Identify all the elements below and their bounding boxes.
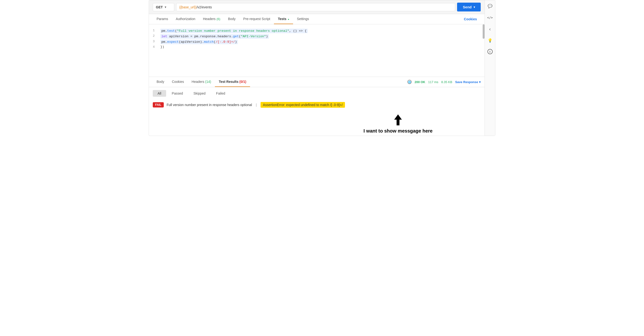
tab-params[interactable]: Params [153,14,172,24]
annotation-area: I want to show messgage here [312,110,484,136]
response-size: 8.35 KB [441,80,452,84]
code-content-3: pm.expect(apiVersion).match(/[-.0-9]+/) [158,40,484,44]
error-message: AssertionError: expected undefined to ma… [260,102,345,108]
line-num-2: 2 [149,34,158,38]
tab-body[interactable]: Body [224,14,240,24]
test-results-badge: (0/1) [239,80,246,84]
response-tabs: Body Cookies Headers (14) Test Results (… [149,77,484,87]
save-response-button[interactable]: Save Response ▾ [455,80,481,84]
code-content-1: pm.test("Full version number present in … [158,29,484,33]
method-chevron: ▾ [165,5,166,9]
code-content-2: let apiVersion = pm.response.headers.get… [158,34,484,39]
resp-headers-badge: (14) [205,80,211,84]
url-path-part: /v2/events [196,5,212,9]
status-code: 200 OK [414,80,425,84]
tab-headers[interactable]: Headers (6) [199,14,224,24]
resp-tab-cookies[interactable]: Cookies [168,77,188,87]
code-content-4: }) [158,45,484,49]
right-sidebar: 💬 </> ‹ 💡 i [484,0,495,136]
filter-tabs: All Passed Skipped Failed [149,87,484,100]
line-num-4: 4 [149,45,158,49]
separator: | [256,103,257,107]
info-icon[interactable]: i [488,49,493,54]
chevron-left-icon[interactable]: ‹ [487,26,493,32]
resp-tab-test-results[interactable]: Test Results (0/1) [215,77,250,87]
filter-all[interactable]: All [153,90,166,97]
code-line-2: 2 let apiVersion = pm.response.headers.g… [149,34,484,39]
method-select[interactable]: GET ▾ [153,3,174,11]
code-line-4: 4 }) [149,45,484,49]
url-input[interactable]: {{base_url}} /v2/events [176,3,455,11]
comment-icon[interactable]: 💬 [487,3,493,9]
request-tabs: Params Authorization Headers (6) Body Pr… [149,14,484,24]
tab-cookies[interactable]: Cookies [460,14,481,24]
method-text: GET [156,5,163,9]
svg-marker-0 [394,114,402,125]
tab-authorization[interactable]: Authorization [172,14,199,24]
line-num-1: 1 [149,29,158,32]
tab-pre-request[interactable]: Pre-request Script [240,14,274,24]
code-icon[interactable]: </> [487,14,493,20]
code-line-1: 1 pm.test("Full version number present i… [149,28,484,34]
filter-failed[interactable]: Failed [211,90,230,97]
url-base-part: {{base_url}} [179,5,196,9]
line-num-3: 3 [149,40,158,43]
lightbulb-icon[interactable]: 💡 [487,37,493,43]
send-label: Send [463,5,472,9]
headers-badge: (6) [216,17,220,21]
send-chevron: ▾ [474,5,475,9]
filter-skipped[interactable]: Skipped [188,90,210,97]
response-time: 117 ms [428,80,438,84]
test-result-row: FAIL Full version number present in resp… [149,100,484,110]
app-container: GET ▾ {{base_url}} /v2/events Send ▾ Par… [149,0,495,136]
fail-badge: FAIL [153,102,164,107]
test-name: Full version number present in response … [166,103,252,107]
tests-dot: ● [288,18,289,20]
arrow-up-icon [393,114,403,127]
filter-passed[interactable]: Passed [167,90,188,97]
globe-icon: 🌐 [407,80,412,84]
code-line-3: 3 pm.expect(apiVersion).match(/[-.0-9]+/… [149,39,484,45]
tab-settings[interactable]: Settings [293,14,313,24]
tab-tests[interactable]: Tests ● [274,14,293,24]
editor-scrollbar[interactable] [483,24,484,39]
url-bar: GET ▾ {{base_url}} /v2/events Send ▾ [149,0,484,14]
resp-tab-body[interactable]: Body [153,77,168,87]
resp-tab-headers[interactable]: Headers (14) [188,77,215,87]
response-meta: 🌐 200 OK 117 ms 8.35 KB Save Response ▾ [407,80,481,84]
code-editor[interactable]: 1 pm.test("Full version number present i… [149,24,484,77]
send-button[interactable]: Send ▾ [457,3,481,11]
main-content: GET ▾ {{base_url}} /v2/events Send ▾ Par… [149,0,484,136]
annotation-text: I want to show messgage here [364,128,433,134]
